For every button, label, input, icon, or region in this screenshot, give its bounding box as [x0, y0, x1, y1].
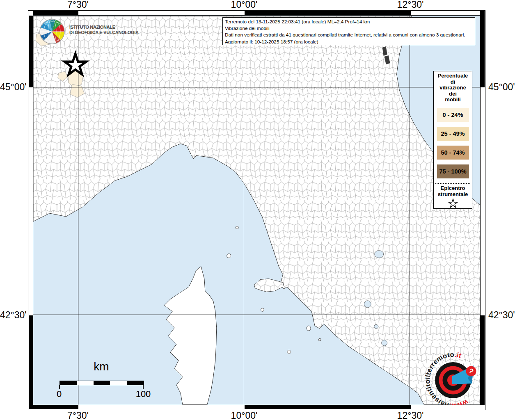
updated-at: Aggiornato il: 10-12-2025 18:57 (ora loc… [225, 39, 473, 45]
axis-label-top: 12°30' [397, 0, 424, 10]
base-map [33, 16, 480, 405]
watermark-link[interactable]: ? www.haisentitoilterremoto.it [424, 352, 481, 405]
axis-label-right: 45°00' [488, 82, 515, 93]
axis-label-left: 45°00' [0, 82, 25, 93]
legend-title: Percentuale di vibrazione dei mobili [434, 73, 472, 103]
axis-label-top: 10°00' [231, 0, 258, 10]
ingv-name: ISTITUTO NAZIONALE DI GEOFISICA E VULCAN… [69, 25, 139, 35]
legend: Percentuale di vibrazione dei mobili 0 -… [433, 71, 472, 209]
axis-label-bottom: 12°30' [397, 410, 424, 420]
macroseismic-map-page: 7°30' 10°00' 12°30' 7°30' 10°00' 12°30' … [0, 0, 515, 420]
axis-label-top: 7°30' [67, 0, 89, 10]
scalebar-tick [59, 385, 60, 389]
scalebar-unit: km [85, 360, 118, 373]
data-disclaimer: Dati non verificati estratti da 41 quest… [225, 32, 473, 38]
event-info-box: Terremoto del 13-11-2025 22:03:41 (ora l… [222, 17, 475, 45]
scalebar-min: 0 [51, 389, 67, 399]
legend-divider [435, 183, 470, 184]
legend-epicenter-label: Epicentro strumentale [434, 185, 472, 198]
legend-class-swatch: 50 - 74% [437, 146, 469, 160]
map-frame: ISTITUTO NAZIONALE DI GEOFISICA E VULCAN… [28, 10, 485, 410]
legend-class-swatch: 25 - 49% [437, 127, 469, 141]
axis-label-bottom: 10°00' [231, 410, 258, 420]
axis-label-left: 42°30' [0, 310, 25, 321]
axis-label-right: 42°30' [488, 310, 515, 321]
haisentitoilterremoto-logo-icon: ? [435, 362, 476, 398]
map-subject: Vibrazione dei mobili [225, 25, 473, 32]
scalebar-tick [143, 385, 144, 389]
legend-class-swatch: 75 - 100% [437, 164, 469, 178]
ingv-globe-icon [39, 18, 65, 45]
event-title: Terremoto del 13-11-2025 22:03:41 (ora l… [225, 18, 473, 25]
scalebar [60, 381, 144, 385]
epicenter-star-outline-icon [448, 199, 458, 209]
legend-class-swatch: 0 - 24% [437, 108, 469, 122]
map-canvas: ISTITUTO NAZIONALE DI GEOFISICA E VULCAN… [33, 15, 481, 405]
ingv-logo: ISTITUTO NAZIONALE DI GEOFISICA E VULCAN… [39, 18, 142, 47]
axis-label-bottom: 7°30' [67, 410, 89, 420]
scalebar-max: 100 [131, 389, 156, 399]
